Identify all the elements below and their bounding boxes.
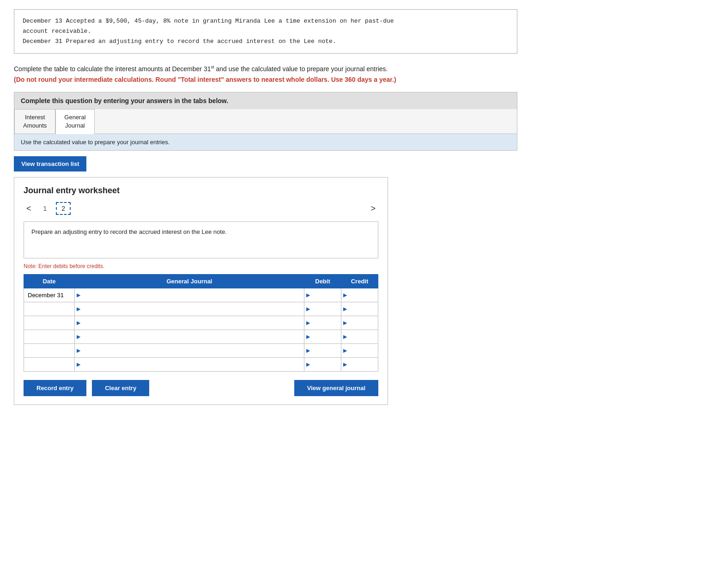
credit-arrow-icon: ▶ xyxy=(341,334,349,340)
credit-arrow-icon: ▶ xyxy=(341,361,349,367)
nav-row: < 1 2 > xyxy=(24,202,378,215)
panel-text: Use the calculated value to prepare your… xyxy=(21,139,170,146)
journal-input[interactable] xyxy=(82,359,304,370)
prev-arrow[interactable]: < xyxy=(24,203,34,214)
view-general-journal-button[interactable]: View general journal xyxy=(294,380,378,396)
row-arrow-icon: ▶ xyxy=(75,320,82,326)
info-line3: December 31 Prepared an adjusting entry … xyxy=(23,37,509,47)
col-credit: Credit xyxy=(341,275,378,288)
date-input[interactable] xyxy=(24,358,74,371)
clear-entry-button[interactable]: Clear entry xyxy=(92,380,149,396)
row-arrow-icon: ▶ xyxy=(75,306,82,312)
journal-table: Date General Journal Debit Credit ▶▶▶▶▶▶… xyxy=(24,274,378,372)
table-row: ▶▶▶ xyxy=(24,330,378,344)
worksheet-card: Journal entry worksheet < 1 2 > Prepare … xyxy=(14,177,388,405)
journal-input[interactable] xyxy=(82,318,304,328)
row-arrow-icon: ▶ xyxy=(75,361,82,367)
credit-input[interactable] xyxy=(349,345,378,356)
tabs-row: Interest Amounts General Journal xyxy=(14,109,517,134)
debit-arrow-icon: ▶ xyxy=(304,361,312,367)
description-text: Prepare an adjusting entry to record the… xyxy=(31,228,227,235)
view-transaction-list-button[interactable]: View transaction list xyxy=(14,156,86,171)
credit-arrow-icon: ▶ xyxy=(341,320,349,326)
debit-arrow-icon: ▶ xyxy=(304,348,312,354)
debit-arrow-icon: ▶ xyxy=(304,292,312,298)
journal-input[interactable] xyxy=(82,345,304,356)
debit-input[interactable] xyxy=(312,345,341,356)
date-input[interactable] xyxy=(24,330,74,343)
credit-input[interactable] xyxy=(349,290,378,300)
tab-general-journal[interactable]: General Journal xyxy=(55,109,94,134)
tab-interest-amounts[interactable]: Interest Amounts xyxy=(14,109,55,134)
debit-input[interactable] xyxy=(312,304,341,314)
debit-input[interactable] xyxy=(312,290,341,300)
debit-arrow-icon: ▶ xyxy=(304,334,312,340)
instruction-warning: (Do not round your intermediate calculat… xyxy=(14,76,396,83)
date-input[interactable] xyxy=(24,302,74,316)
bottom-buttons: Record entry Clear entry View general jo… xyxy=(24,380,378,396)
instructions: Complete the table to calculate the inte… xyxy=(14,64,517,85)
info-box: December 13 Accepted a $9,500, 45-day, 8… xyxy=(14,9,517,54)
table-row: ▶▶▶ xyxy=(24,316,378,330)
credit-input[interactable] xyxy=(349,304,378,314)
credit-input[interactable] xyxy=(349,331,378,342)
credit-input[interactable] xyxy=(349,359,378,370)
next-arrow[interactable]: > xyxy=(368,203,378,214)
table-row: ▶▶▶ xyxy=(24,358,378,372)
description-box: Prepare an adjusting entry to record the… xyxy=(24,221,378,258)
note-text: Note: Enter debits before credits. xyxy=(24,263,378,269)
table-row: ▶▶▶ xyxy=(24,344,378,358)
row-arrow-icon: ▶ xyxy=(75,348,82,354)
debit-input[interactable] xyxy=(312,331,341,342)
worksheet-title: Journal entry worksheet xyxy=(24,186,378,196)
table-row: ▶▶▶ xyxy=(24,302,378,316)
tab-section: Complete this question by entering your … xyxy=(14,92,517,151)
row-arrow-icon: ▶ xyxy=(75,334,82,340)
panel-content: Use the calculated value to prepare your… xyxy=(14,134,517,150)
date-input[interactable] xyxy=(24,316,74,330)
page-1[interactable]: 1 xyxy=(39,203,52,214)
tab-section-header: Complete this question by entering your … xyxy=(14,92,517,109)
journal-input[interactable] xyxy=(82,290,304,300)
record-entry-button[interactable]: Record entry xyxy=(24,380,86,396)
col-date: Date xyxy=(24,275,75,288)
instruction-main: Complete the table to calculate the inte… xyxy=(14,65,211,73)
info-line2: account receivable. xyxy=(23,26,509,37)
superscript: st xyxy=(211,65,214,70)
debit-input[interactable] xyxy=(312,318,341,328)
col-general-journal: General Journal xyxy=(75,275,304,288)
credit-arrow-icon: ▶ xyxy=(341,306,349,312)
journal-input[interactable] xyxy=(82,331,304,342)
table-row: ▶▶▶ xyxy=(24,288,378,302)
debit-arrow-icon: ▶ xyxy=(304,320,312,326)
instruction-main2: and use the calculated value to prepare … xyxy=(214,65,388,73)
page-2[interactable]: 2 xyxy=(56,202,71,215)
info-line1: December 13 Accepted a $9,500, 45-day, 8… xyxy=(23,16,509,26)
credit-input[interactable] xyxy=(349,318,378,328)
credit-arrow-icon: ▶ xyxy=(341,292,349,298)
debit-input[interactable] xyxy=(312,359,341,370)
date-input[interactable] xyxy=(24,288,74,302)
debit-arrow-icon: ▶ xyxy=(304,306,312,312)
journal-input[interactable] xyxy=(82,304,304,314)
credit-arrow-icon: ▶ xyxy=(341,348,349,354)
row-arrow-icon: ▶ xyxy=(75,292,82,298)
col-debit: Debit xyxy=(304,275,341,288)
date-input[interactable] xyxy=(24,344,74,357)
